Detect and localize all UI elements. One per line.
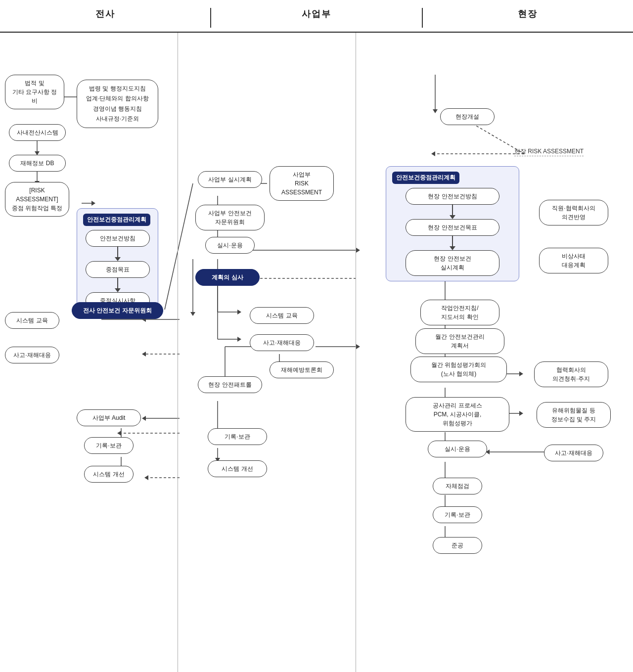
left-group-label: 안전보건중점관리계획 [83,214,150,226]
right-group-label: 안전보건중점관리계획 [392,172,459,184]
enterprise-advisory-box: 전사 안전보건 자문위원회 [72,302,163,319]
partner-opinion-box: 협력회사의 의견청취·주지 [534,361,608,387]
left-train-box: 시스템 교육 [5,312,59,329]
plan-review-box: 계획의 심사 [195,269,260,286]
emergency-plan-box: 비상사태 대응계획 [539,248,608,273]
key-target-box: 중점목표 [86,261,150,278]
left-accident-box: 사고·재해대응 [5,347,59,363]
header: 전사 사업부 현장 [0,0,633,33]
safety-policy-box: 안전보건방침 [86,230,150,247]
business-advisory-box: 사업부 안전보건 자문위원회 [195,205,265,230]
self-check-box: 자체점검 [433,478,482,494]
disaster-discussion-box: 재해예방토론회 [270,361,334,378]
mid-column: 사업부 실시계획 사업부 RISK ASSESSMENT 사업부 안전보건 자문… [178,33,356,672]
mid-accident-box: 사고·재해대응 [250,334,314,351]
monthly-plan-box: 월간 안전보건관리 계획서 [415,328,504,354]
mid-operation-box: 실시·운용 [205,237,255,254]
employee-opinion-box: 직원·협력회사의 의견반영 [539,200,608,225]
laws-box: 법령 및 행정지도지침 업계·단체와의 합의사항 경영이념 행동지침 사내규정·… [77,80,158,128]
right-safety-group: 안전보건중점관리계획 현장 안전보건방침 현장 안전보건목표 현장 안전보건 실… [386,166,519,281]
business-risk-box: 사업부 RISK ASSESSMENT [270,166,334,201]
right-accident-box: 사고·재해대응 [544,445,603,461]
right-policy-box: 현장 안전보건방침 [406,188,499,205]
right-plan-box: 현장 안전보건 실시계획 [406,250,499,276]
right-column: 현장개설 현장 RISK ASSESSMENT 안전보건중점관리계획 현장 안전… [356,33,633,672]
left-column: 법적 및 기타 요구사항 정비 법령 및 행정지도지침 업계·단체와의 합의사항… [0,33,178,672]
site-risk-label: 현장 RISK ASSESSMENT [514,146,584,156]
header-col-right: 현장 [423,8,633,28]
work-guideline-box: 작업안전지침/ 지도서의 확인 [420,300,499,325]
left-record-box: 기록·보관 [84,437,134,454]
intranet-box: 사내전산시스템 [9,124,66,141]
right-target-box: 현장 안전보건목표 [406,219,499,236]
right-record-box: 기록·보관 [433,506,482,523]
risk-assessment-left-box: [RISK ASSESSMENT] 중점 위험작업 특정 [5,182,69,217]
header-col-mid: 사업부 [211,8,421,28]
hazard-info-box: 유해위험물질 등 정보수집 및 주지 [537,402,611,428]
disaster-db-box: 재해정보 DB [9,155,66,172]
site-open-box: 현장개설 [440,108,495,125]
header-col-left: 전사 [0,8,210,28]
right-operation-box: 실시·운용 [428,441,487,457]
construction-process-box: 공사관리 프로세스 PCM, 시공사이클, 위험성평가 [406,397,509,432]
patrol-box: 현장 안전패트롤 [198,376,262,393]
left-safety-group: 안전보건중점관리계획 안전보건방침 중점목표 중점실시사항 [77,208,158,314]
main-area: 법적 및 기타 요구사항 정비 법령 및 행정지도지침 업계·단체와의 합의사항… [0,33,633,672]
completion-box: 준공 [433,537,482,554]
legal-requirements-box: 법적 및 기타 요구사항 정비 [5,75,64,109]
left-improve-box: 시스템 개선 [84,466,134,483]
mid-record-box: 기록·보관 [208,428,267,445]
mid-train-box: 시스템 교육 [250,307,314,324]
mid-improve-box: 시스템 개선 [208,460,267,477]
monthly-eval-box: 월간 위험성평가회의 (노사 협의체) [410,357,507,382]
business-audit-box: 사업부 Audit [77,409,141,426]
business-plan-box: 사업부 실시계획 [198,171,262,188]
page-container: 전사 사업부 현장 [0,0,633,672]
